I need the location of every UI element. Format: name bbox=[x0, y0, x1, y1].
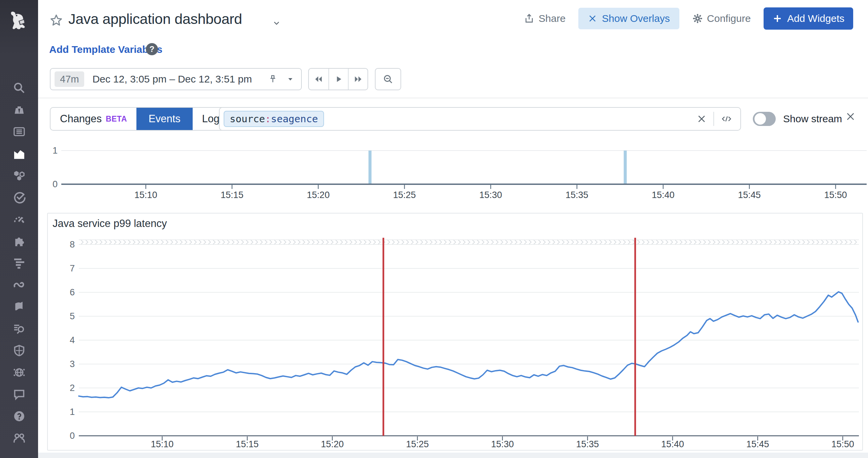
x-tick-label: 15:50 bbox=[824, 190, 847, 200]
sidebar-item-integrations[interactable] bbox=[0, 230, 38, 252]
sidebar bbox=[0, 0, 38, 458]
binoculars-icon bbox=[12, 103, 26, 117]
gear-icon bbox=[692, 13, 703, 24]
time-play-button[interactable] bbox=[329, 69, 348, 90]
sidebar-item-apm-traces[interactable] bbox=[0, 252, 38, 274]
chat-bubble-icon bbox=[12, 388, 26, 401]
duration-badge: 47m bbox=[55, 71, 84, 87]
x-tick-label: 15:30 bbox=[491, 439, 514, 449]
help-circle-icon bbox=[12, 409, 26, 423]
puzzle-icon bbox=[12, 234, 26, 248]
time-range-picker[interactable]: 47m Dec 12, 3:05 pm – Dec 12, 3:51 pm bbox=[50, 68, 302, 90]
x-tick-label: 15:10 bbox=[151, 439, 174, 449]
show-overlays-button[interactable]: Show Overlays bbox=[578, 8, 679, 29]
close-overlays-bar-button[interactable] bbox=[845, 111, 856, 123]
x-tick-label: 15:50 bbox=[831, 439, 854, 449]
show-stream-toggle[interactable] bbox=[753, 112, 776, 126]
query-token-chip[interactable]: source : seagence bbox=[224, 111, 324, 127]
sidebar-item-dashboards[interactable] bbox=[0, 143, 38, 164]
title-chevron-down-icon[interactable] bbox=[271, 18, 282, 30]
share-icon bbox=[524, 13, 534, 24]
sidebar-item-security[interactable] bbox=[0, 339, 38, 361]
sidebar-item-service-map[interactable] bbox=[0, 274, 38, 296]
configure-label: Configure bbox=[707, 13, 751, 24]
sidebar-item-watchdog[interactable] bbox=[0, 99, 38, 121]
show-stream-label: Show stream bbox=[783, 113, 842, 125]
x-tick-label: 15:20 bbox=[307, 190, 330, 200]
overlays-x-icon bbox=[588, 14, 597, 23]
add-widgets-button[interactable]: Add Widgets bbox=[764, 7, 853, 30]
share-button[interactable]: Share bbox=[524, 13, 565, 24]
gauge-icon bbox=[12, 213, 26, 226]
configure-button[interactable]: Configure bbox=[692, 13, 751, 24]
hexagons-icon bbox=[12, 169, 26, 182]
x-tick-label: 15:45 bbox=[746, 439, 769, 449]
widget-java-p99-latency[interactable]: Java service p99 latency 01234567815:101… bbox=[47, 213, 863, 451]
sidebar-item-search[interactable] bbox=[0, 77, 38, 99]
dashboards-icon bbox=[12, 147, 26, 160]
time-range-icons bbox=[268, 74, 294, 84]
y-tick-label: 2 bbox=[70, 383, 75, 393]
template-variables-help-icon[interactable]: ? bbox=[146, 43, 158, 55]
shield-icon bbox=[12, 344, 26, 357]
y-tick-label: 6 bbox=[70, 287, 75, 297]
rewind-icon bbox=[314, 74, 323, 84]
x-tick-label: 15:15 bbox=[221, 190, 244, 200]
events-timeline-chart[interactable]: 1015:1015:1515:2015:2515:3015:3515:4015:… bbox=[38, 145, 868, 201]
y-tick-label: 8 bbox=[70, 239, 75, 249]
search-icon bbox=[12, 81, 26, 95]
y-tick-label: 1 bbox=[70, 407, 75, 417]
sidebar-item-metrics[interactable] bbox=[0, 208, 38, 230]
tab-events[interactable]: Events bbox=[136, 108, 193, 130]
favorite-star-icon[interactable] bbox=[49, 13, 63, 29]
sidebar-item-monitors[interactable] bbox=[0, 186, 38, 208]
time-dropdown-caret-icon[interactable] bbox=[286, 75, 294, 83]
page-title: Java application dashboard bbox=[68, 11, 242, 27]
zoom-out-icon bbox=[383, 74, 394, 85]
play-icon bbox=[334, 74, 343, 84]
y-tick-label: 0 bbox=[53, 179, 58, 189]
sidebar-item-network[interactable] bbox=[0, 361, 38, 383]
notebook-icon bbox=[12, 300, 26, 313]
toggle-knob bbox=[754, 113, 766, 125]
latency-line-chart[interactable]: 01234567815:1015:1515:2015:2515:3015:351… bbox=[48, 214, 862, 450]
event-bar bbox=[624, 151, 627, 184]
header-actions: Share Show Overlays Configure Add Widget… bbox=[524, 7, 853, 30]
query-facet: source bbox=[230, 113, 265, 125]
sidebar-item-infrastructure[interactable] bbox=[0, 164, 38, 186]
clipped-top-band bbox=[79, 240, 859, 244]
tab-changes[interactable]: Changes BETA bbox=[51, 108, 136, 130]
datadog-dashboard-app: Java application dashboard Share Show Ov… bbox=[0, 0, 868, 458]
x-tick-label: 15:10 bbox=[134, 190, 157, 200]
logs-search-icon bbox=[12, 322, 26, 335]
pin-icon[interactable] bbox=[268, 74, 278, 84]
sidebar-item-organization[interactable] bbox=[0, 427, 38, 449]
sidebar-item-log-explorer[interactable] bbox=[0, 317, 38, 339]
x-tick-label: 15:30 bbox=[479, 190, 502, 200]
flame-graph-icon bbox=[12, 256, 26, 270]
raw-query-button[interactable] bbox=[721, 114, 732, 124]
y-tick-label: 0 bbox=[70, 431, 75, 441]
sidebar-nav bbox=[0, 77, 38, 449]
close-x-icon bbox=[845, 111, 856, 122]
add-widgets-label: Add Widgets bbox=[787, 13, 844, 24]
time-back-button[interactable] bbox=[309, 69, 329, 90]
sidebar-item-feedback[interactable] bbox=[0, 383, 38, 405]
datadog-logo[interactable] bbox=[0, 5, 38, 36]
zoom-out-button[interactable] bbox=[375, 68, 401, 90]
x-tick-label: 15:40 bbox=[661, 439, 684, 449]
fast-forward-icon bbox=[353, 74, 363, 84]
sidebar-item-event-stream[interactable] bbox=[0, 121, 38, 143]
sidebar-item-help[interactable] bbox=[0, 405, 38, 427]
clear-query-button[interactable] bbox=[696, 114, 707, 124]
sidebar-item-notebooks[interactable] bbox=[0, 296, 38, 317]
time-forward-button[interactable] bbox=[348, 69, 368, 90]
x-tick-label: 15:35 bbox=[565, 190, 588, 200]
x-tick-label: 15:45 bbox=[738, 190, 761, 200]
monitor-check-icon bbox=[12, 191, 26, 204]
x-tick-label: 15:35 bbox=[576, 439, 599, 449]
header-divider bbox=[38, 98, 868, 98]
beta-badge: BETA bbox=[106, 115, 127, 124]
event-search-input[interactable]: source : seagence bbox=[219, 107, 741, 131]
add-template-variables-link[interactable]: Add Template Variables bbox=[49, 44, 162, 55]
